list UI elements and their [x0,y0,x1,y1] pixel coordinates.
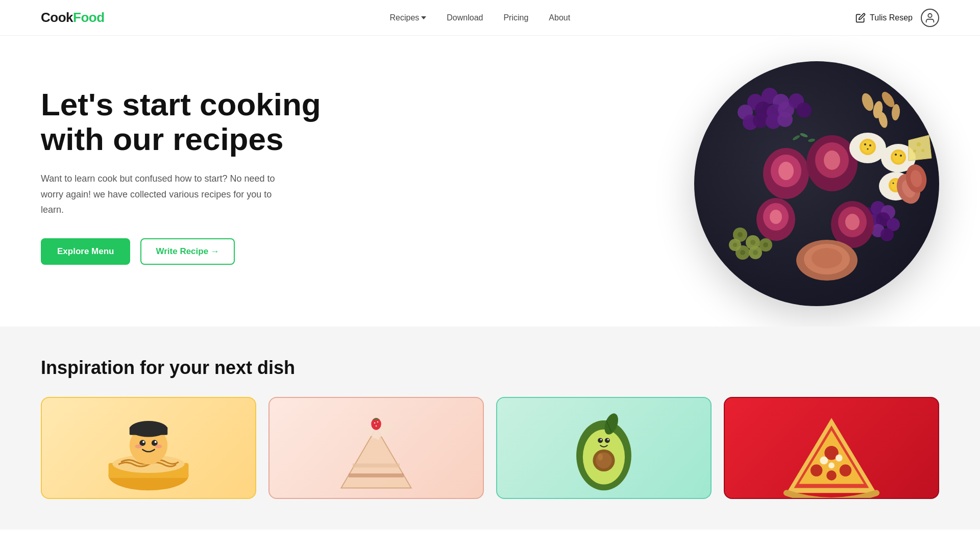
svg-point-74 [753,250,758,255]
svg-point-32 [824,151,840,170]
svg-point-81 [808,138,816,142]
svg-point-91 [155,441,157,443]
svg-point-100 [377,421,378,422]
recipe-card-4[interactable] [724,397,939,499]
svg-point-13 [777,112,793,127]
svg-point-49 [900,155,902,157]
nav-right: Tulis Resep [855,9,939,27]
svg-point-43 [869,144,871,146]
svg-rect-87 [130,427,167,435]
svg-point-8 [796,103,812,118]
svg-point-93 [155,444,162,448]
svg-point-70 [750,240,755,245]
svg-point-47 [893,152,904,163]
nav-links: Recipes Download Pricing About [389,13,570,22]
card-2-image [270,398,483,498]
svg-point-92 [135,444,142,448]
svg-point-120 [820,457,828,465]
svg-point-21 [880,228,894,241]
svg-point-99 [374,422,375,423]
svg-point-106 [598,454,603,461]
svg-point-57 [917,142,921,146]
hero-buttons: Explore Menu Write Recipe → [41,238,327,265]
svg-point-117 [811,464,823,477]
nav-link-recipes[interactable]: Recipes [389,13,426,22]
hero-food-image [694,61,949,316]
svg-point-105 [596,453,611,468]
svg-point-98 [371,418,381,430]
svg-marker-55 [909,135,932,161]
svg-point-119 [826,470,837,481]
svg-point-72 [740,250,745,255]
svg-point-101 [376,425,377,427]
hero-title: Let's start cooking with our recipes [41,87,327,157]
hero-description: Want to learn cook but confused how to s… [41,171,296,218]
svg-point-53 [893,183,894,184]
user-avatar-button[interactable] [921,9,939,27]
svg-point-118 [840,464,852,477]
recipe-card-3[interactable] [496,397,712,499]
navbar: CookFood Recipes Download Pricing About … [0,0,980,36]
chevron-down-icon [421,16,426,19]
svg-point-79 [792,134,801,141]
svg-point-110 [607,439,609,440]
svg-point-58 [921,149,924,152]
svg-point-68 [738,232,743,237]
svg-point-80 [799,132,808,138]
nav-item-pricing[interactable]: Pricing [503,13,528,22]
svg-point-44 [867,148,869,150]
tulis-resep-button[interactable]: Tulis Resep [855,13,913,23]
svg-point-90 [142,441,144,443]
svg-point-41 [862,141,874,153]
svg-point-0 [928,13,932,17]
svg-point-29 [778,162,794,180]
svg-point-109 [600,439,602,440]
inspiration-title: Inspiration for your next dish [41,357,939,379]
svg-point-35 [770,210,782,224]
nav-link-about[interactable]: About [549,13,570,22]
nav-item-recipes[interactable]: Recipes [389,13,426,22]
svg-point-107 [598,438,603,443]
recipe-card-1[interactable] [41,397,256,499]
write-recipe-button[interactable]: Write Recipe → [140,238,234,265]
nav-item-about[interactable]: About [549,13,570,22]
food-plate [694,61,939,306]
hero-section: Let's start cooking with our recipes Wan… [0,36,980,327]
svg-point-42 [864,143,866,145]
user-icon [924,12,936,23]
svg-point-108 [605,438,610,443]
svg-point-48 [895,154,897,156]
recipe-card-2[interactable] [268,397,484,499]
svg-point-59 [913,149,916,153]
explore-menu-button[interactable]: Explore Menu [41,238,130,265]
hero-text: Let's start cooking with our recipes Wan… [41,87,327,265]
svg-point-38 [845,214,860,230]
card-1-image [42,398,255,498]
svg-point-121 [836,455,843,462]
logo-food: Food [73,10,105,25]
card-4-image [725,398,938,498]
recipe-cards-row [41,397,939,499]
svg-point-66 [812,248,842,268]
logo-cook: Cook [41,10,73,25]
svg-point-22 [860,92,875,113]
card-3-image [497,398,710,498]
svg-point-78 [733,243,737,247]
plate-svg [694,61,939,306]
svg-point-76 [763,242,768,247]
inspiration-section: Inspiration for your next dish [0,327,980,530]
nav-item-download[interactable]: Download [447,13,483,22]
edit-icon [855,13,866,23]
svg-point-122 [828,462,835,468]
nav-link-pricing[interactable]: Pricing [503,13,528,22]
nav-link-download[interactable]: Download [447,13,483,22]
logo[interactable]: CookFood [41,10,105,26]
